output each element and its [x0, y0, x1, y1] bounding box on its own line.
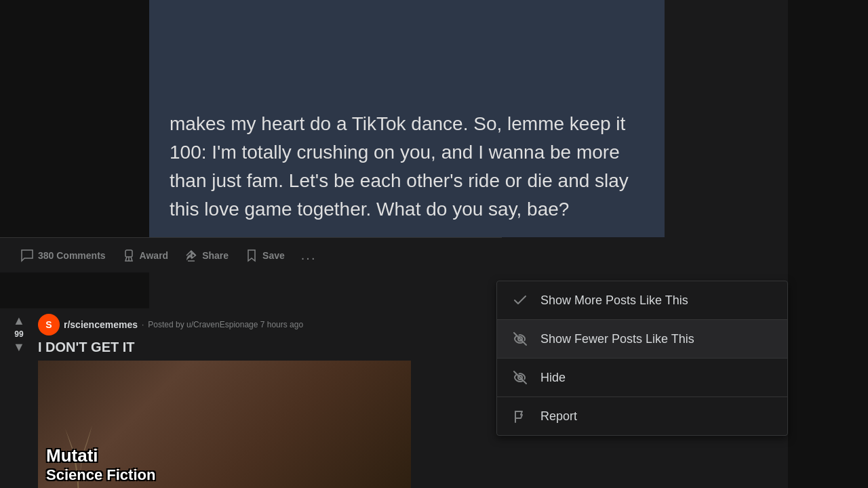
right-overlay — [788, 0, 868, 488]
comments-icon — [20, 249, 34, 262]
post-title: I DON'T GET IT — [38, 340, 496, 355]
share-label: Share — [202, 250, 229, 261]
comments-label: 380 Comments — [38, 250, 106, 261]
report-label: Report — [540, 409, 577, 424]
post-image-area: Mutati Science Fiction — [38, 361, 411, 488]
save-button[interactable]: Save — [238, 245, 292, 266]
dropdown-menu: Show More Posts Like This Show Fewer Pos… — [496, 281, 788, 436]
dropdown-item-report[interactable]: Report — [497, 397, 787, 435]
share-button[interactable]: Share — [178, 245, 235, 266]
posted-by: Posted by u/CravenEspionage 7 hours ago — [148, 320, 303, 329]
meta-divider: · — [142, 320, 144, 329]
meme-text-area: Mutati Science Fiction — [38, 440, 411, 488]
flag-icon — [511, 407, 530, 426]
post-below: ▲ 99 ▼ S r/sciencememes · Posted by u/Cr… — [0, 308, 502, 488]
svg-rect-0 — [125, 250, 132, 257]
downvote-arrow[interactable]: ▼ — [13, 340, 25, 354]
show-more-label: Show More Posts Like This — [540, 293, 688, 308]
meme-subtext: Science Fiction — [46, 466, 403, 484]
post-main: S r/sciencememes · Posted by u/CravenEsp… — [38, 314, 496, 488]
avatar: S — [38, 314, 60, 336]
upvote-arrow[interactable]: ▲ — [13, 314, 25, 328]
eye-slash-icon-fewer — [511, 329, 530, 348]
vote-column: ▲ 99 ▼ — [5, 314, 33, 488]
save-icon — [245, 249, 258, 262]
more-dots-icon: ... — [301, 247, 317, 263]
post-image-bg: Mutati Science Fiction — [38, 361, 411, 488]
dropdown-item-hide[interactable]: Hide — [497, 359, 787, 397]
save-label: Save — [262, 250, 285, 261]
vote-count: 99 — [14, 329, 23, 339]
post-meta: S r/sciencememes · Posted by u/CravenEsp… — [38, 314, 496, 336]
dropdown-item-show-more[interactable]: Show More Posts Like This — [497, 281, 787, 320]
dropdown-item-show-fewer[interactable]: Show Fewer Posts Like This — [497, 320, 787, 359]
checkmark-icon — [511, 291, 530, 310]
subreddit-name[interactable]: r/sciencememes — [64, 319, 138, 330]
award-label: Award — [140, 250, 169, 261]
eye-slash-icon-hide — [511, 368, 530, 387]
post-content-area: makes my heart do a TikTok dance. So, le… — [149, 0, 665, 237]
comments-button[interactable]: 380 Comments — [14, 245, 113, 266]
show-fewer-label: Show Fewer Posts Like This — [540, 332, 694, 346]
meme-text: Mutati — [46, 445, 403, 466]
hide-label: Hide — [540, 371, 566, 385]
award-icon — [122, 249, 136, 262]
share-icon — [184, 249, 198, 262]
post-text: makes my heart do a TikTok dance. So, le… — [170, 110, 644, 224]
award-button[interactable]: Award — [115, 245, 176, 266]
action-bar: 380 Comments Award Share — [0, 237, 502, 272]
more-button[interactable]: ... — [294, 243, 323, 267]
